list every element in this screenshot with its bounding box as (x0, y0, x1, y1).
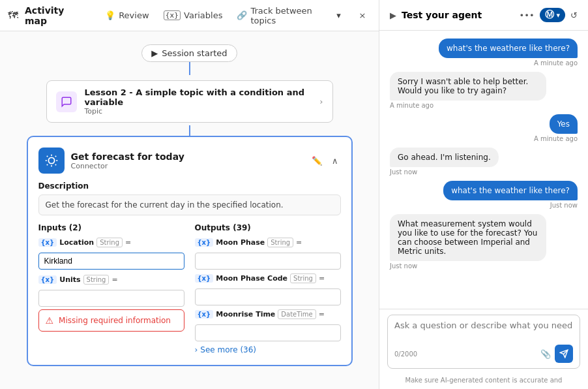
msg-bubble-right-1: what's the weathere like there? (439, 39, 578, 58)
connector-header-text: Get forecast for today Connector (71, 151, 302, 170)
svg-line-6 (55, 164, 55, 165)
moon-phase-type: String (267, 238, 293, 247)
description-text: Get the forecast for the current day in … (38, 194, 341, 215)
location-name: Location (59, 238, 94, 247)
moon-phase-badge: {x} (195, 238, 214, 247)
topic-title: Lesson 2 - A simple topic with a conditi… (85, 87, 320, 107)
variables-icon: {x} (164, 10, 181, 20)
topbar-variables[interactable]: {x} Variables (158, 8, 228, 23)
topbar-track[interactable]: 🔗 Track between topics ▾ (231, 3, 345, 28)
session-badge: ▶ Session started (141, 44, 237, 62)
connector-icon-wrap (38, 148, 65, 174)
location-badge: {x} (38, 238, 57, 247)
play-icon: ▶ (151, 48, 158, 58)
agent-brand: Ⓜ ▾ (540, 8, 566, 22)
moon-phase-name: Moon Phase (216, 238, 265, 247)
outputs-col: Outputs (39) {x} Moon Phase String = (195, 223, 341, 354)
more-options-icon[interactable]: ••• (520, 10, 535, 20)
session-node: ▶ Session started (13, 44, 366, 75)
send-icon (559, 349, 568, 358)
moon-phase-row: {x} Moon Phase String = (195, 238, 341, 247)
connector-actions: ✏️ ∧ (309, 153, 341, 168)
error-box: ⚠ Missing required information (38, 309, 184, 332)
svg-point-0 (48, 157, 54, 163)
msg-bubble-right-3: Yes (550, 114, 578, 134)
svg-line-8 (55, 156, 55, 157)
see-more-button[interactable]: › See more (36) (195, 345, 341, 354)
units-badge: {x} (38, 275, 57, 284)
msg-time-5: Just now (550, 202, 578, 209)
moonrise-time-type: DateTime (278, 309, 316, 319)
moon-phase-code-type: String (290, 273, 316, 283)
topic-chevron-icon: › (319, 97, 323, 106)
close-button[interactable]: × (354, 7, 371, 25)
inputs-col: Inputs (2) {x} Location String = (38, 223, 184, 354)
chat-disclaimer: Make sure AI-generated content is accura… (379, 374, 588, 389)
msg-time-2: A minute ago (390, 102, 434, 109)
moon-phase-input[interactable] (195, 253, 341, 270)
canvas: ▶ Session started Lesson 2 - A simple to… (0, 31, 379, 389)
moonrise-time-input[interactable] (195, 324, 341, 341)
expand-button[interactable]: ∧ (329, 153, 341, 168)
units-eq: = (111, 275, 117, 284)
agent-header-actions: ••• Ⓜ ▾ ↺ (520, 8, 578, 22)
msg-bubble-left-4: Go ahead. I'm listening. (390, 148, 499, 167)
location-type: String (96, 238, 123, 247)
track-icon: 🔗 (237, 10, 247, 20)
moon-phase-code-input[interactable] (195, 288, 341, 305)
outputs-title: Outputs (39) (195, 223, 341, 232)
location-input[interactable] (38, 253, 184, 270)
inputs-title: Inputs (2) (38, 223, 184, 232)
units-input[interactable] (38, 290, 184, 307)
output-moon-phase-code: {x} Moon Phase Code String = (195, 273, 341, 305)
msg-time-6: Just now (390, 262, 417, 270)
chevron-right-icon: › (195, 345, 198, 354)
agent-header: ▶ Test your agent ••• Ⓜ ▾ ↺ (379, 0, 588, 31)
msg-4: Go ahead. I'm listening. Just now (390, 148, 578, 176)
activity-map-icon: 🗺 (8, 9, 18, 22)
units-var-row: {x} Units String = (38, 275, 184, 285)
msg-6: What measurement system would you like t… (390, 214, 578, 270)
chat-input-area: 0/2000 📎 (379, 309, 588, 374)
attach-icon[interactable]: 📎 (540, 349, 551, 359)
topbar-title: Activity map (25, 5, 85, 26)
moonrise-time-name: Moonrise Time (216, 310, 275, 319)
moonrise-time-eq: = (319, 310, 325, 319)
play-icon: ▶ (390, 10, 396, 20)
copilot-icon: Ⓜ (545, 9, 554, 21)
left-panel: 🗺 Activity map 💡 Review {x} Variables 🔗 … (0, 0, 379, 389)
send-button[interactable] (555, 345, 573, 363)
moon-phase-code-row: {x} Moon Phase Code String = (195, 273, 341, 283)
units-type: String (83, 275, 110, 285)
msg-time-1: A minute ago (534, 59, 578, 67)
moon-phase-code-badge: {x} (195, 274, 214, 283)
edit-button[interactable]: ✏️ (309, 153, 325, 168)
connector-subtitle: Connector (71, 162, 302, 170)
topbar-review[interactable]: 💡 Review (100, 8, 154, 23)
warning-icon: ⚠ (46, 315, 54, 326)
review-icon: 💡 (105, 10, 115, 20)
right-panel: ▶ Test your agent ••• Ⓜ ▾ ↺ what's the w… (379, 0, 588, 389)
msg-3: Yes A minute ago (390, 114, 578, 142)
topic-subtitle: Topic (85, 107, 320, 116)
char-count: 0/2000 (394, 350, 417, 358)
chat-input[interactable] (394, 320, 573, 340)
moonrise-time-row: {x} Moonrise Time DateTime = (195, 309, 341, 319)
chat-send-actions: 📎 (540, 345, 573, 363)
connector-box: Get forecast for today Connector ✏️ ∧ De… (27, 136, 353, 366)
chat-input-box: 0/2000 📎 (387, 315, 580, 369)
svg-line-7 (46, 164, 47, 165)
output-moon-phase: {x} Moon Phase String = (195, 238, 341, 270)
see-more-label: See more (36) (200, 345, 256, 354)
topic-node[interactable]: Lesson 2 - A simple topic with a conditi… (46, 80, 333, 123)
msg-2: Sorry I wasn't able to help better. Woul… (390, 72, 578, 109)
moon-phase-code-eq: = (319, 274, 325, 283)
refresh-icon[interactable]: ↺ (570, 10, 578, 20)
topbar: 🗺 Activity map 💡 Review {x} Variables 🔗 … (0, 0, 379, 31)
units-name: Units (59, 275, 80, 284)
topic-icon-wrap (56, 91, 77, 112)
msg-bubble-left-2: Sorry I wasn't able to help better. Woul… (390, 72, 546, 101)
msg-bubble-left-6: What measurement system would you like t… (390, 214, 546, 261)
sun-icon (44, 153, 59, 168)
connector-line-2 (189, 125, 190, 136)
